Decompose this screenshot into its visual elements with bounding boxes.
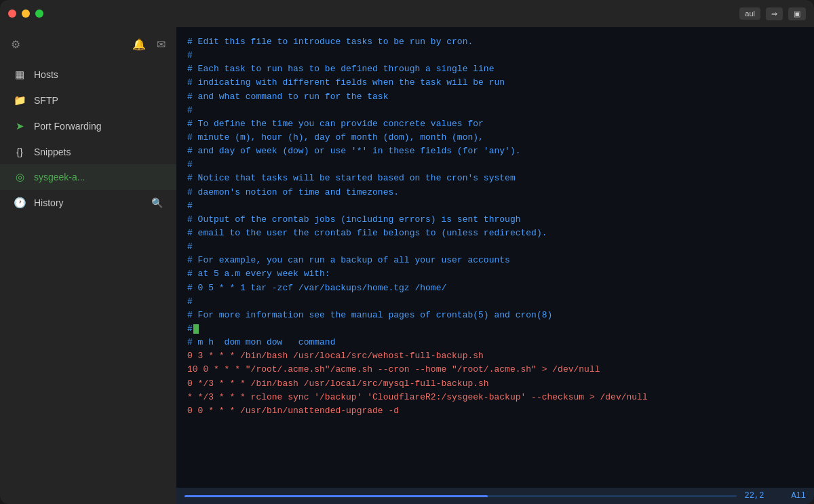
sidebar-item-snippets[interactable]: {} Snippets [0, 139, 176, 164]
terminal-line: # To define the time you can provide con… [187, 117, 803, 131]
terminal-line: # indicating with different fields when … [187, 76, 803, 90]
terminal-line: # email to the user the crontab file bel… [187, 227, 803, 240]
close-button[interactable] [8, 9, 16, 18]
main-content: ⚙ 🔔 ✉ ▦ Hosts 📁 SFTP ➤ Port Forwarding {… [0, 27, 814, 504]
terminal-line: # [187, 199, 803, 213]
terminal-line: # [187, 322, 803, 336]
terminal-area[interactable]: # Edit this file to introduce tasks to b… [176, 27, 814, 504]
terminal-line: # For more information see the manual pa… [187, 309, 803, 322]
snippets-label: Snippets [34, 147, 163, 157]
terminal-line: 0 3 * * * /bin/bash /usr/local/src/wehos… [187, 349, 803, 363]
active-session-icon: ◎ [14, 171, 26, 183]
hosts-label: Hosts [34, 69, 163, 80]
terminal-line: # [187, 240, 803, 254]
sidebar-item-sftp[interactable]: 📁 SFTP [0, 88, 176, 113]
minimize-button[interactable] [22, 9, 30, 18]
maximize-button[interactable] [35, 9, 43, 18]
settings-icon[interactable]: ⚙ [11, 38, 20, 51]
port-forwarding-label: Port Forwarding [34, 121, 163, 132]
forward-icon: ⇒ [771, 9, 777, 18]
titlebar-controls: aul ⇒ ▣ [739, 7, 806, 20]
history-search-icon[interactable]: 🔍 [151, 197, 163, 208]
terminal-line: # [187, 158, 803, 172]
terminal-line: 0 0 * * * /usr/bin/unattended-upgrade -d [187, 404, 803, 418]
status-info: 22,2 All [745, 491, 806, 501]
terminal-line: # [187, 295, 803, 309]
sftp-icon: 📁 [14, 94, 26, 106]
scrollbar-thumb [185, 495, 488, 497]
sidebar-item-history[interactable]: 🕐 History 🔍 [0, 190, 176, 216]
sidebar-item-active-session[interactable]: ◎ sysgeek-a... [0, 164, 176, 190]
terminal-line: # Notice that tasks will be started base… [187, 172, 803, 185]
sidebar-item-port-forwarding[interactable]: ➤ Port Forwarding [0, 113, 176, 139]
window: aul ⇒ ▣ ⚙ 🔔 ✉ ▦ Hosts [0, 0, 814, 504]
terminal-content[interactable]: # Edit this file to introduce tasks to b… [176, 27, 814, 488]
sftp-label: SFTP [34, 95, 163, 106]
terminal-line: # [187, 49, 803, 62]
view-range: All [791, 491, 806, 501]
scrollbar[interactable] [185, 495, 737, 497]
snippets-icon: {} [14, 146, 26, 157]
traffic-lights [8, 9, 43, 18]
history-label: History [34, 197, 143, 208]
terminal-line: # [187, 104, 803, 117]
terminal-line: # m h dom mon dow command [187, 336, 803, 349]
terminal-line: # and day of week (dow) or use '*' in th… [187, 144, 803, 158]
terminal-line: # For example, you can run a backup of a… [187, 254, 803, 267]
terminal-line: * */3 * * * rclone sync '/backup' 'Cloud… [187, 391, 803, 404]
port-forwarding-icon: ➤ [14, 120, 26, 132]
forward-button[interactable]: ⇒ [766, 7, 783, 20]
terminal-line: # at 5 a.m every week with: [187, 267, 803, 281]
split-button[interactable]: ▣ [788, 7, 806, 20]
active-session-label: sysgeek-a... [34, 172, 163, 182]
terminal-line: # minute (m), hour (h), day of month (do… [187, 131, 803, 144]
cursor [193, 324, 199, 334]
terminal-line: # and what command to run for the task [187, 90, 803, 104]
sidebar-item-hosts[interactable]: ▦ Hosts [0, 62, 176, 88]
session-label-button[interactable]: aul [739, 7, 760, 20]
mail-icon[interactable]: ✉ [157, 38, 166, 51]
terminal-line: # 0 5 * * 1 tar -zcf /var/backups/home.t… [187, 282, 803, 295]
terminal-line: 10 0 * * * "/root/.acme.sh"/acme.sh --cr… [187, 363, 803, 376]
terminal-line: # Each task to run has to be defined thr… [187, 62, 803, 76]
sidebar: ⚙ 🔔 ✉ ▦ Hosts 📁 SFTP ➤ Port Forwarding {… [0, 27, 176, 504]
history-icon: 🕐 [14, 197, 26, 209]
bell-icon[interactable]: 🔔 [132, 38, 146, 51]
sidebar-top-icons: ⚙ 🔔 ✉ [0, 33, 176, 62]
session-label-text: aul [745, 9, 755, 18]
split-icon: ▣ [794, 9, 800, 18]
terminal-line: # Edit this file to introduce tasks to b… [187, 35, 803, 49]
terminal-statusbar: 22,2 All [176, 488, 814, 504]
terminal-line: # Output of the crontab jobs (including … [187, 213, 803, 227]
terminal-line: # daemon's notion of time and timezones. [187, 186, 803, 199]
terminal-line: 0 */3 * * * /bin/bash /usr/local/src/mys… [187, 377, 803, 391]
hosts-icon: ▦ [14, 69, 26, 81]
cursor-position: 22,2 [745, 491, 764, 501]
titlebar: aul ⇒ ▣ [0, 0, 814, 27]
